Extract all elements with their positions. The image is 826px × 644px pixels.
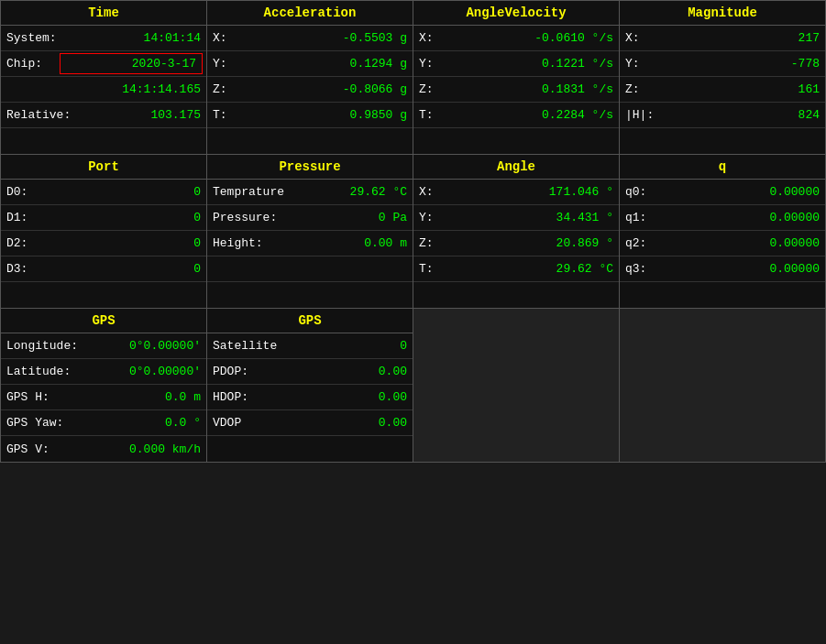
port-d0-row: D0: 0 — [1, 180, 206, 205]
pressure-temp-row: Temprature 29.62 °C — [207, 180, 413, 205]
gps2-pdop-value: 0.00 — [285, 361, 413, 382]
gps1-latitude-row: Latitude: 0°0.00000' — [1, 359, 206, 385]
pressure-panel: Pressure Temprature 29.62 °C Pressure: 0… — [207, 155, 413, 309]
q-panel: q q0: 0.00000 q1: 0.00000 q2: 0.00000 q3… — [620, 155, 826, 309]
angle-y-label: Y: — [413, 207, 468, 228]
port-d0-label: D0: — [1, 181, 56, 202]
time-relative-value: 103.175 — [76, 104, 206, 126]
q0-value: 0.00000 — [675, 181, 825, 202]
time-timestamp-row: 14:1:14.165 — [1, 77, 206, 103]
gps1-h-value: 0.0 m — [70, 387, 206, 408]
gps2-vdop-value: 0.00 — [285, 412, 413, 433]
anglevelocity-header: AngleVelocity — [413, 1, 619, 26]
av-y-row: Y: 0.1221 °/s — [413, 51, 619, 77]
gps1-longitude-value: 0°0.00000' — [83, 335, 206, 356]
gps1-header: GPS — [1, 309, 206, 333]
accel-t-row: T: 0.9850 g — [207, 103, 413, 128]
q0-row: q0: 0.00000 — [620, 180, 825, 205]
gps2-vdop-row: VDOP 0.00 — [207, 410, 413, 436]
time-relative-row: Relative: 103.175 — [1, 103, 206, 128]
av-empty-row — [413, 128, 619, 154]
magnitude-header: Magnitude — [620, 1, 825, 26]
port-panel: Port D0: 0 D1: 0 D2: 0 D3: 0 — [1, 155, 207, 309]
mag-y-value: -778 — [675, 53, 825, 74]
av-x-row: X: -0.0610 °/s — [413, 26, 619, 51]
gps2-hdop-value: 0.00 — [285, 387, 413, 408]
angle-z-row: Z: 20.869 ° — [413, 231, 619, 257]
port-d1-label: D1: — [1, 207, 56, 228]
pressure-height-label: Height: — [207, 233, 285, 254]
mag-x-label: X: — [620, 27, 675, 49]
angle-header: Angle — [413, 155, 619, 180]
accel-y-value: 0.1294 g — [262, 53, 413, 74]
accel-y-label: Y: — [207, 53, 262, 74]
av-z-label: Z: — [413, 79, 468, 100]
mag-x-value: 217 — [675, 27, 825, 49]
q1-row: q1: 0.00000 — [620, 205, 825, 231]
gps2-satellite-label: Satellite — [207, 335, 285, 356]
gps1-v-value: 0.000 km/h — [70, 439, 206, 460]
port-d2-label: D2: — [1, 233, 56, 254]
port-d1-row: D1: 0 — [1, 205, 206, 231]
gps2-pdop-row: PDOP: 0.00 — [207, 359, 413, 385]
port-d2-row: D2: 0 — [1, 231, 206, 257]
time-timestamp-label — [1, 86, 56, 93]
angle-z-label: Z: — [413, 233, 468, 254]
accel-z-value: -0.8066 g — [262, 79, 413, 100]
time-header: Time — [1, 1, 206, 26]
pressure-empty-row2 — [207, 282, 413, 308]
pressure-pa-label: Pressure: — [207, 207, 285, 228]
port-d3-row: D3: 0 — [1, 257, 206, 282]
accel-y-row: Y: 0.1294 g — [207, 51, 413, 77]
q-empty-row — [620, 282, 825, 308]
gps1-h-label: GPS H: — [1, 387, 70, 408]
acceleration-panel: Acceleration X: -0.5503 g Y: 0.1294 g Z:… — [207, 1, 413, 155]
pressure-header: Pressure — [207, 155, 413, 180]
av-z-value: 0.1831 °/s — [468, 79, 619, 100]
empty-panel-4 — [620, 309, 826, 463]
port-d3-value: 0 — [56, 258, 206, 279]
time-relative-label: Relative: — [1, 104, 76, 126]
mag-x-row: X: 217 — [620, 26, 825, 51]
gps1-yaw-label: GPS Yaw: — [1, 412, 70, 433]
gps2-panel: GPS Satellite 0 PDOP: 0.00 HDOP: 0.00 VD… — [207, 309, 413, 463]
accel-t-value: 0.9850 g — [262, 104, 413, 126]
pressure-temp-value: 29.62 °C — [290, 181, 413, 202]
accel-t-label: T: — [207, 104, 262, 126]
port-d3-label: D3: — [1, 258, 56, 279]
main-grid: Time System: 14:01:14 Chip: 2020-3-17 14… — [0, 0, 826, 463]
av-t-row: T: 0.2284 °/s — [413, 103, 619, 128]
angle-x-value: 171.046 ° — [468, 181, 619, 202]
accel-z-row: Z: -0.8066 g — [207, 77, 413, 103]
accel-x-row: X: -0.5503 g — [207, 26, 413, 51]
mag-h-label: |H|: — [620, 104, 675, 126]
acceleration-header: Acceleration — [207, 1, 413, 26]
gps1-h-row: GPS H: 0.0 m — [1, 385, 206, 410]
time-chip-value: 2020-3-17 — [60, 53, 203, 74]
accel-x-label: X: — [207, 27, 262, 49]
time-chip-label: Chip: — [1, 53, 56, 74]
gps1-longitude-label: Longitude: — [1, 335, 83, 356]
angle-x-row: X: 171.046 ° — [413, 180, 619, 205]
magnitude-panel: Magnitude X: 217 Y: -778 Z: 161 |H|: 824 — [620, 1, 826, 155]
time-panel: Time System: 14:01:14 Chip: 2020-3-17 14… — [1, 1, 207, 155]
pressure-height-row: Height: 0.00 m — [207, 231, 413, 257]
mag-empty-row — [620, 128, 825, 154]
gps1-yaw-value: 0.0 ° — [70, 412, 206, 433]
av-z-row: Z: 0.1831 °/s — [413, 77, 619, 103]
time-empty-row — [1, 128, 206, 154]
accel-empty-row — [207, 128, 413, 154]
angle-y-row: Y: 34.431 ° — [413, 205, 619, 231]
gps1-longitude-row: Longitude: 0°0.00000' — [1, 333, 206, 359]
angle-x-label: X: — [413, 181, 468, 202]
angle-t-row: T: 29.62 °C — [413, 257, 619, 282]
gps1-panel: GPS Longitude: 0°0.00000' Latitude: 0°0.… — [1, 309, 207, 463]
port-d1-value: 0 — [56, 207, 206, 228]
av-t-label: T: — [413, 104, 468, 126]
q3-row: q3: 0.00000 — [620, 257, 825, 282]
pressure-height-value: 0.00 m — [285, 233, 413, 254]
q2-value: 0.00000 — [675, 233, 825, 254]
pressure-temp-label: Temprature — [207, 181, 290, 202]
q2-label: q2: — [620, 233, 675, 254]
gps1-latitude-label: Latitude: — [1, 361, 76, 382]
